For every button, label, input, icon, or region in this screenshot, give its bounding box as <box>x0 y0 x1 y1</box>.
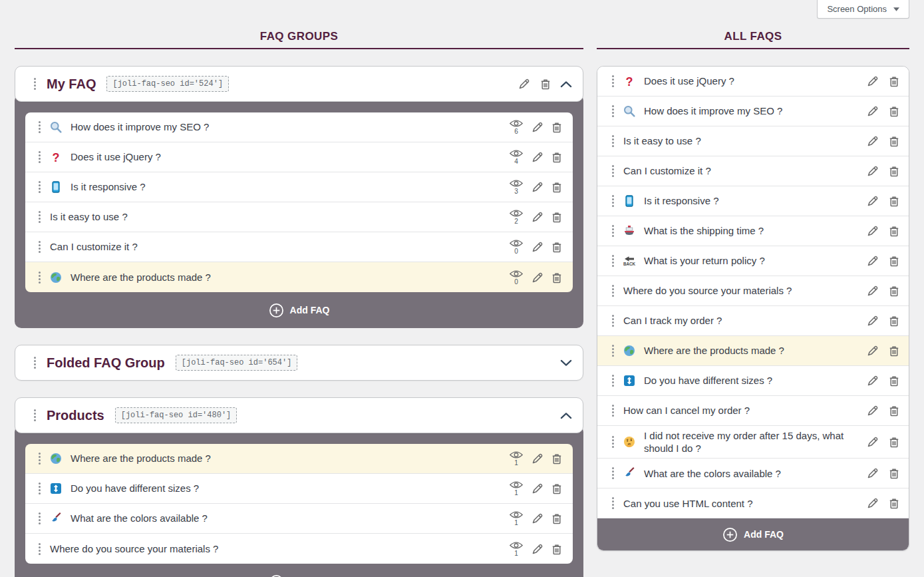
edit-faq-button[interactable] <box>531 240 544 254</box>
delete-faq-button[interactable] <box>550 210 563 224</box>
edit-faq-button[interactable] <box>866 467 879 480</box>
drag-handle[interactable] <box>611 74 615 89</box>
edit-faq-button[interactable] <box>531 482 544 495</box>
drag-handle[interactable] <box>33 355 37 370</box>
edit-group-button[interactable] <box>518 77 531 91</box>
drag-handle[interactable] <box>37 120 42 134</box>
delete-faq-button[interactable] <box>887 75 901 88</box>
drag-handle[interactable] <box>37 451 42 466</box>
delete-faq-button[interactable] <box>887 467 901 480</box>
chevron-up-icon <box>560 412 572 419</box>
group-title: Folded FAQ Group <box>47 355 165 371</box>
edit-faq-button[interactable] <box>866 134 879 148</box>
expand-group-button[interactable] <box>560 359 572 367</box>
edit-faq-button[interactable] <box>866 404 879 417</box>
delete-faq-button[interactable] <box>550 482 563 495</box>
add-faq-button[interactable]: Add FAQ <box>597 518 909 550</box>
edit-faq-button[interactable] <box>866 224 879 238</box>
delete-faq-button[interactable] <box>550 512 563 525</box>
drag-handle[interactable] <box>611 373 615 388</box>
drag-handle[interactable] <box>611 224 615 238</box>
edit-faq-button[interactable] <box>866 194 879 208</box>
delete-faq-button[interactable] <box>550 452 563 465</box>
edit-faq-button[interactable] <box>866 104 879 118</box>
delete-faq-button[interactable] <box>887 404 901 417</box>
edit-faq-button[interactable] <box>866 374 879 387</box>
drag-handle[interactable] <box>37 240 42 254</box>
delete-faq-button[interactable] <box>887 254 901 268</box>
delete-faq-button[interactable] <box>550 271 563 284</box>
delete-faq-button[interactable] <box>887 104 901 118</box>
edit-faq-button[interactable] <box>531 271 544 284</box>
drag-handle[interactable] <box>37 270 42 285</box>
edit-faq-button[interactable] <box>531 542 544 556</box>
drag-handle[interactable] <box>611 403 615 418</box>
delete-faq-button[interactable] <box>887 164 901 178</box>
delete-faq-button[interactable] <box>887 496 901 510</box>
edit-faq-button[interactable] <box>531 180 544 194</box>
delete-faq-button[interactable] <box>887 284 901 297</box>
drag-handle[interactable] <box>611 343 615 358</box>
drag-handle[interactable] <box>611 134 615 148</box>
edit-faq-button[interactable] <box>866 254 879 268</box>
drag-handle[interactable] <box>611 313 615 328</box>
drag-handle[interactable] <box>37 481 42 496</box>
drag-handle[interactable] <box>37 180 42 194</box>
edit-faq-button[interactable] <box>531 452 544 465</box>
edit-faq-button[interactable] <box>866 75 879 88</box>
edit-faq-button[interactable] <box>866 284 879 297</box>
edit-faq-button[interactable] <box>866 344 879 357</box>
faq-row: What are the colors available ? <box>597 459 909 488</box>
drag-handle[interactable] <box>37 542 42 556</box>
pencil-icon <box>531 210 544 224</box>
edit-faq-button[interactable] <box>531 120 544 134</box>
delete-faq-button[interactable] <box>550 180 563 194</box>
trash-icon <box>550 150 563 164</box>
drag-handle[interactable] <box>33 77 37 91</box>
drag-handle[interactable] <box>611 466 615 481</box>
faq-question: Where are the products made ? <box>71 271 216 284</box>
drag-handle[interactable] <box>37 150 42 164</box>
delete-faq-button[interactable] <box>887 194 901 208</box>
delete-faq-button[interactable] <box>887 435 901 449</box>
drag-handle[interactable] <box>611 194 615 208</box>
drag-handle[interactable] <box>611 164 615 178</box>
edit-faq-button[interactable] <box>531 150 544 164</box>
edit-faq-button[interactable] <box>866 435 879 449</box>
add-faq-button[interactable]: Add FAQ <box>25 292 573 328</box>
edit-faq-button[interactable] <box>531 210 544 224</box>
collapse-group-button[interactable] <box>560 81 572 88</box>
delete-group-button[interactable] <box>539 77 552 91</box>
delete-faq-button[interactable] <box>887 314 901 327</box>
screen-options-button[interactable]: Screen Options <box>817 0 909 19</box>
drag-handle[interactable] <box>611 104 615 118</box>
views-counter: 6 <box>508 119 525 135</box>
all-faqs-card: ?Does it use jQuery ?How does it improve… <box>597 66 909 551</box>
faq-question: Where are the products made ? <box>644 344 790 357</box>
add-faq-button[interactable]: Add FAQ <box>25 564 573 577</box>
drag-handle[interactable] <box>33 408 37 423</box>
edit-faq-button[interactable] <box>866 496 879 510</box>
edit-faq-button[interactable] <box>531 512 544 525</box>
drag-handle[interactable] <box>611 435 615 449</box>
delete-faq-button[interactable] <box>887 344 901 357</box>
edit-faq-button[interactable] <box>866 314 879 327</box>
collapse-group-button[interactable] <box>560 412 572 419</box>
drag-handle[interactable] <box>611 284 615 298</box>
drag-handle[interactable] <box>37 210 42 224</box>
edit-faq-button[interactable] <box>866 164 879 178</box>
views-count: 6 <box>514 128 518 135</box>
delete-faq-button[interactable] <box>550 240 563 254</box>
delete-faq-button[interactable] <box>550 150 563 164</box>
delete-faq-button[interactable] <box>887 134 901 148</box>
paintbrush-icon <box>49 512 63 525</box>
trash-icon <box>550 120 563 134</box>
delete-faq-button[interactable] <box>887 374 901 387</box>
delete-faq-button[interactable] <box>550 542 563 556</box>
delete-faq-button[interactable] <box>887 224 901 238</box>
drag-handle[interactable] <box>37 511 42 526</box>
drag-handle[interactable] <box>611 496 615 510</box>
trash-icon <box>887 467 901 480</box>
drag-handle[interactable] <box>611 254 615 268</box>
delete-faq-button[interactable] <box>550 120 563 134</box>
